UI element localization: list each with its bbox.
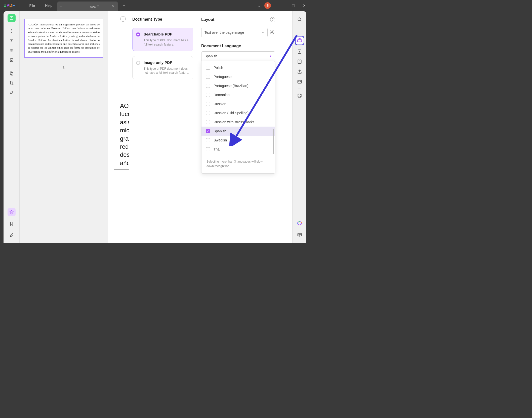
form-tool-icon[interactable] — [8, 56, 16, 64]
lang-label: Portuguese — [214, 75, 232, 79]
lang-option-thai[interactable]: Thai — [201, 145, 275, 154]
lang-option-portuguese-br[interactable]: Portuguese (Brazilian) — [201, 81, 275, 90]
minimize-button[interactable]: — — [277, 0, 288, 11]
lang-label: Russian — [214, 102, 226, 106]
chat-icon[interactable] — [296, 231, 303, 239]
separator — [10, 25, 13, 25]
lang-label: Thai — [214, 147, 220, 151]
svg-rect-13 — [298, 94, 301, 97]
layout-language-panel: Layout ? Text over the page image ▼ Docu… — [197, 11, 280, 243]
save-icon[interactable] — [296, 92, 303, 99]
tab-dropdown-icon[interactable]: ▾ — [60, 5, 62, 8]
svg-point-9 — [298, 18, 301, 21]
layout-select[interactable]: Text over the page image ▼ — [201, 28, 268, 37]
close-button[interactable]: ✕ — [299, 0, 310, 11]
user-avatar[interactable]: B — [264, 2, 271, 9]
titlebar: UPDF File Help ▾ span* ✕ + ⌄ B — ▢ ✕ — [0, 0, 310, 11]
tab-title: span* — [74, 5, 115, 8]
checkbox-icon — [206, 84, 210, 88]
gear-icon[interactable] — [270, 30, 275, 35]
language-select[interactable]: Spanish ▼ — [201, 51, 275, 61]
email-icon[interactable] — [296, 78, 303, 86]
language-value: Spanish — [204, 54, 217, 58]
svg-rect-1 — [10, 40, 13, 42]
lang-option-polish[interactable]: Polish — [201, 63, 275, 72]
option-desc: This type of PDF document does not have … — [144, 67, 189, 75]
lang-option-swedish[interactable]: Swedish — [201, 136, 275, 145]
lang-label: Russian (Old Spelling) — [214, 111, 249, 115]
document-type-panel: Document Type Searchable PDF This type o… — [129, 11, 197, 243]
checkbox-icon — [206, 111, 210, 115]
checkbox-icon — [206, 75, 210, 79]
pages-tool-icon[interactable] — [8, 69, 16, 78]
option-title: Image-only PDF — [144, 60, 189, 65]
lang-option-spanish[interactable]: ✓Spanish — [201, 127, 275, 136]
menu-file[interactable]: File — [24, 4, 40, 8]
lang-label: Spanish — [214, 129, 226, 133]
separator — [298, 89, 301, 89]
layout-value: Text over the page image — [204, 30, 244, 34]
lang-label: Swedish — [214, 138, 227, 142]
radio-selected-icon — [136, 32, 140, 36]
searchable-pdf-option[interactable]: Searchable PDF This type of PDF document… — [132, 28, 193, 51]
lang-option-russian-stress[interactable]: Russian with stress marks — [201, 118, 275, 127]
comment-tool-icon[interactable] — [8, 37, 16, 45]
radio-icon — [136, 61, 140, 65]
image-only-pdf-option[interactable]: Image-only PDF This type of PDF document… — [132, 56, 193, 80]
lang-option-russian[interactable]: Russian — [201, 99, 275, 108]
svg-rect-10 — [297, 40, 302, 42]
language-title: Document Language — [201, 44, 275, 48]
left-toolbar — [4, 11, 20, 243]
ocr-tool-icon[interactable] — [295, 36, 304, 45]
checkbox-icon — [206, 147, 210, 151]
compress-icon[interactable] — [296, 58, 303, 65]
checkbox-icon — [206, 138, 210, 142]
help-icon[interactable]: ? — [270, 17, 275, 22]
ai-assistant-icon[interactable] — [296, 220, 303, 227]
document-tab[interactable]: ▾ span* ✕ — [57, 2, 118, 11]
search-icon[interactable] — [296, 16, 303, 23]
attachment-icon[interactable] — [8, 231, 16, 239]
redact-tool-icon[interactable] — [8, 89, 16, 97]
language-dropdown: Polish Portuguese Portuguese (Brazilian)… — [201, 61, 275, 174]
app-logo: UPDF — [4, 3, 15, 8]
highlight-tool-icon[interactable] — [8, 27, 16, 35]
convert-icon[interactable] — [296, 48, 303, 55]
lang-label: Portuguese (Brazilian) — [214, 84, 249, 88]
edit-tool-icon[interactable] — [8, 47, 16, 55]
svg-rect-7 — [11, 92, 13, 94]
scrollbar[interactable] — [273, 129, 274, 154]
thumbnail-panel: ACCIÓN Internacional es un organismo pri… — [20, 11, 108, 243]
language-list[interactable]: Polish Portuguese Portuguese (Brazilian)… — [201, 61, 275, 156]
maximize-button[interactable]: ▢ — [288, 0, 299, 11]
lang-option-russian-old[interactable]: Russian (Old Spelling) — [201, 108, 275, 118]
page-thumbnail[interactable]: ACCIÓN Internacional es un organismo pri… — [24, 19, 103, 58]
separator — [10, 67, 13, 67]
chevron-down-icon: ▼ — [269, 55, 272, 58]
layout-title: Layout — [201, 17, 268, 22]
menu-help[interactable]: Help — [40, 4, 57, 8]
layers-icon[interactable] — [8, 208, 16, 216]
share-icon[interactable] — [296, 68, 303, 75]
reader-tool-icon[interactable] — [8, 14, 16, 22]
language-note: Selecting more than 3 languages will slo… — [201, 156, 275, 173]
checkbox-icon — [206, 102, 210, 106]
bookmark-icon[interactable] — [8, 220, 16, 228]
collapse-panel-button[interactable]: – — [120, 16, 126, 22]
svg-rect-14 — [298, 233, 301, 236]
option-title: Searchable PDF — [144, 32, 189, 36]
checkbox-checked-icon: ✓ — [206, 129, 210, 133]
svg-rect-3 — [10, 59, 13, 62]
crop-tool-icon[interactable] — [8, 79, 16, 87]
chevron-down-icon[interactable]: ⌄ — [258, 3, 261, 8]
divider — [20, 3, 20, 8]
app-body: ACCIÓN Internacional es un organismo pri… — [4, 11, 306, 243]
new-tab-button[interactable]: + — [123, 3, 126, 8]
option-desc: This type of PDF document has a full tex… — [144, 38, 189, 47]
lang-option-romanian[interactable]: Romanian — [201, 90, 275, 99]
tab-close-icon[interactable]: ✕ — [112, 4, 115, 8]
panel-title: Document Type — [132, 17, 193, 22]
divider — [275, 3, 275, 8]
lang-option-portuguese[interactable]: Portuguese — [201, 72, 275, 81]
svg-rect-2 — [10, 49, 13, 52]
